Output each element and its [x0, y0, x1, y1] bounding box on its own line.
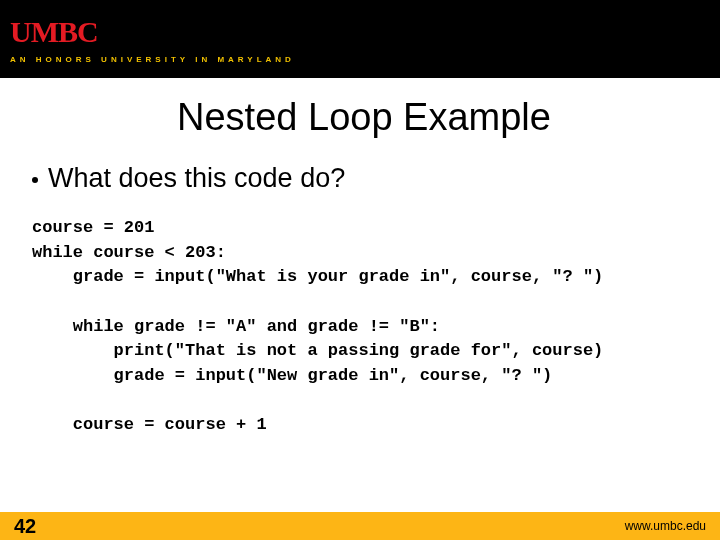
- logo-text: UMBC: [10, 15, 98, 49]
- slide-body: Nested Loop Example What does this code …: [0, 78, 720, 540]
- logo-row: UMBC: [10, 15, 720, 49]
- slide-title: Nested Loop Example: [28, 96, 700, 139]
- footer-url: www.umbc.edu: [625, 519, 706, 533]
- logo-tagline: AN HONORS UNIVERSITY IN MARYLAND: [10, 55, 720, 64]
- bullet-text: What does this code do?: [48, 163, 345, 194]
- footer-bar: 42 www.umbc.edu: [0, 512, 720, 540]
- code-block: course = 201 while course < 203: grade =…: [32, 216, 700, 438]
- slide: UMBC AN HONORS UNIVERSITY IN MARYLAND Ne…: [0, 0, 720, 540]
- header-bar: UMBC AN HONORS UNIVERSITY IN MARYLAND: [0, 0, 720, 78]
- bullet-item: What does this code do?: [28, 163, 700, 194]
- slide-number: 42: [14, 515, 36, 538]
- bullet-dot-icon: [32, 177, 38, 183]
